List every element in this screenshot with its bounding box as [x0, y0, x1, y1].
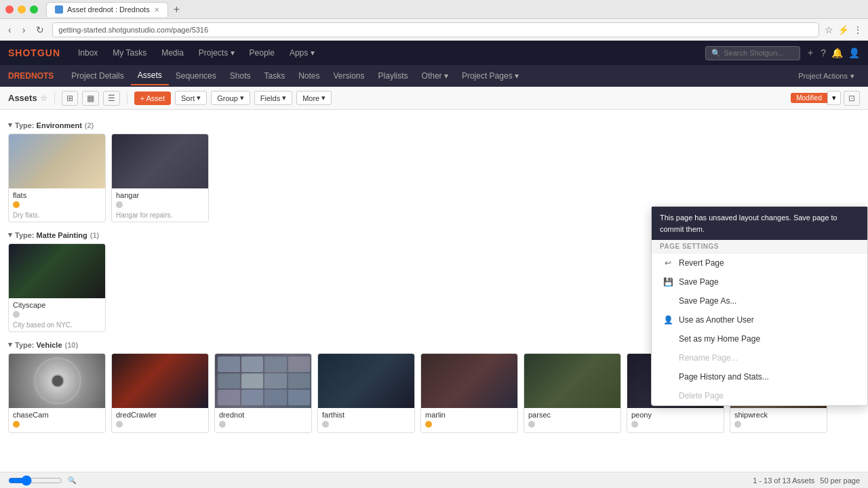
- extensions-button[interactable]: ⚡: [837, 24, 849, 35]
- asset-card-cityscape[interactable]: Cityscape City based on NYC.: [8, 243, 106, 332]
- asset-name: hangar: [116, 191, 204, 199]
- sg-logo[interactable]: SHOTGUN: [8, 47, 60, 58]
- per-page-select[interactable]: 50 per page: [820, 476, 860, 485]
- asset-thumbnail: [112, 354, 209, 408]
- sg-search[interactable]: 🔍 Search Shotgun...: [705, 46, 800, 60]
- nav-project-details[interactable]: Project Details: [64, 67, 130, 85]
- asset-thumbnail: [318, 354, 415, 408]
- traffic-lights: [5, 5, 38, 14]
- asset-card-dredcrawler[interactable]: dredCrawler: [111, 353, 209, 433]
- zoom-slider[interactable]: [8, 476, 62, 485]
- save-icon: 💾: [663, 277, 673, 287]
- asset-status-badge: [734, 421, 741, 428]
- nav-shots[interactable]: Shots: [223, 67, 258, 85]
- more-button[interactable]: More ▾: [296, 91, 332, 105]
- nav-projects[interactable]: Projects ▾: [192, 44, 241, 62]
- nav-people[interactable]: People: [243, 44, 281, 62]
- asset-info: dredCrawler: [112, 408, 208, 432]
- forward-button[interactable]: ›: [20, 23, 28, 37]
- menu-item-page-history[interactable]: Page History and Stats...: [652, 367, 867, 386]
- modified-dropdown-button[interactable]: ▾: [827, 91, 841, 105]
- project-name[interactable]: DREDNOTS: [8, 71, 54, 81]
- nav-other[interactable]: Other ▾: [415, 67, 455, 85]
- asset-card-farthist[interactable]: farthist: [317, 353, 415, 433]
- asset-card-marlin[interactable]: marlin: [420, 353, 518, 433]
- asset-name: chaseCam: [13, 411, 101, 419]
- sg-plus-button[interactable]: ＋: [806, 47, 815, 59]
- back-button[interactable]: ‹: [5, 23, 14, 37]
- menu-item-revert-page[interactable]: ↩ Revert Page: [652, 253, 867, 272]
- asset-name: farthist: [322, 411, 410, 419]
- asset-card-drednot[interactable]: drednot: [214, 353, 312, 433]
- asset-card-chasecam[interactable]: chaseCam: [8, 353, 106, 433]
- asset-thumbnail: [9, 134, 106, 188]
- menu-item-use-as-another-user[interactable]: 👤 Use as Another User: [652, 310, 867, 329]
- nav-assets[interactable]: Assets: [131, 66, 169, 85]
- nav-versions[interactable]: Versions: [327, 67, 372, 85]
- project-actions-button[interactable]: Project Actions ▾: [793, 69, 860, 83]
- asset-info: chaseCam: [9, 408, 105, 432]
- group-count: (2): [85, 121, 94, 129]
- sg-bell-button[interactable]: 🔔: [831, 47, 843, 58]
- asset-info: flats Dry flats.: [9, 188, 105, 222]
- menu-item-rename-page: Rename Page...: [652, 348, 867, 367]
- list-view-button[interactable]: ☰: [103, 91, 120, 106]
- nav-my-tasks[interactable]: My Tasks: [106, 44, 153, 62]
- asset-card-parsec[interactable]: parsec: [524, 353, 621, 433]
- sort-button[interactable]: Sort ▾: [175, 91, 207, 105]
- maximize-button[interactable]: [30, 5, 38, 14]
- nav-inbox[interactable]: Inbox: [71, 44, 104, 62]
- grid-lines-view-button[interactable]: ⊞: [62, 91, 78, 106]
- add-asset-button[interactable]: + Asset: [134, 92, 171, 105]
- asset-name: shipwreck: [734, 411, 823, 419]
- nav-playlists[interactable]: Playlists: [372, 67, 415, 85]
- nav-apps[interactable]: Apps ▾: [283, 44, 321, 62]
- menu-item-save-page[interactable]: 💾 Save Page: [652, 272, 867, 291]
- pagination-info: 1 - 13 of 13 Assets: [753, 476, 814, 485]
- reload-button[interactable]: ↻: [33, 23, 47, 37]
- chevron-down-icon: ▾: [240, 94, 244, 102]
- chevron-down-icon: ▾: [197, 94, 201, 102]
- grid-view-button[interactable]: ▦: [82, 91, 99, 106]
- nav-notes[interactable]: Notes: [292, 67, 326, 85]
- nav-sequences[interactable]: Sequences: [169, 67, 223, 85]
- chevron-down-icon: ▾: [282, 94, 286, 102]
- asset-status-badge: [322, 421, 329, 428]
- asset-card-flats[interactable]: flats Dry flats.: [8, 134, 106, 222]
- revert-icon: ↩: [663, 258, 673, 268]
- address-bar[interactable]: getting-started.shotgunstudio.com/page/5…: [52, 22, 819, 37]
- new-tab-button[interactable]: +: [171, 3, 182, 16]
- page-icon-button[interactable]: ⊡: [844, 91, 860, 106]
- group-button[interactable]: Group ▾: [211, 91, 250, 105]
- toolbar: Assets ☆ ⊞ ▦ ☰ + Asset Sort ▾ Group ▾ Fi…: [0, 87, 868, 110]
- tab-close-button[interactable]: ✕: [154, 6, 159, 14]
- toolbar-right: Modified ▾ ⊡: [791, 91, 860, 106]
- menu-item-set-home-page[interactable]: Set as my Home Page: [652, 329, 867, 348]
- project-nav-items: Project Details Assets Sequences Shots T…: [64, 66, 526, 85]
- group-triangle-icon[interactable]: ▾: [8, 340, 12, 349]
- favorite-icon[interactable]: ☆: [40, 94, 47, 103]
- fields-button[interactable]: Fields ▾: [254, 91, 292, 105]
- asset-name: drednot: [219, 411, 307, 419]
- group-triangle-icon[interactable]: ▾: [8, 230, 12, 239]
- tooltip-message: This page has unsaved layout changes. Sa…: [660, 214, 837, 233]
- group-count: (1): [90, 231, 99, 239]
- close-button[interactable]: [5, 5, 14, 14]
- bookmark-button[interactable]: ☆: [825, 24, 833, 35]
- url-text: getting-started.shotgunstudio.com/page/5…: [58, 26, 208, 34]
- zoom-icon: 🔍: [68, 476, 76, 484]
- settings-button[interactable]: ⋮: [853, 24, 863, 35]
- asset-name: flats: [13, 191, 101, 199]
- sg-user-button[interactable]: 👤: [848, 47, 860, 58]
- group-triangle-icon[interactable]: ▾: [8, 121, 12, 129]
- sg-help-button[interactable]: ?: [821, 47, 826, 58]
- nav-media[interactable]: Media: [155, 44, 191, 62]
- asset-card-hangar[interactable]: hangar Hangar for repairs.: [111, 134, 209, 222]
- minimize-button[interactable]: [18, 5, 26, 14]
- group-header-environment: ▾ Type: Environment (2): [8, 121, 860, 129]
- browser-tab[interactable]: Asset drednot : Drednots ✕: [46, 2, 168, 17]
- favicon-icon: [55, 5, 63, 14]
- menu-item-save-page-as[interactable]: Save Page As...: [652, 291, 867, 310]
- nav-project-pages[interactable]: Project Pages ▾: [455, 67, 526, 85]
- nav-tasks[interactable]: Tasks: [257, 67, 292, 85]
